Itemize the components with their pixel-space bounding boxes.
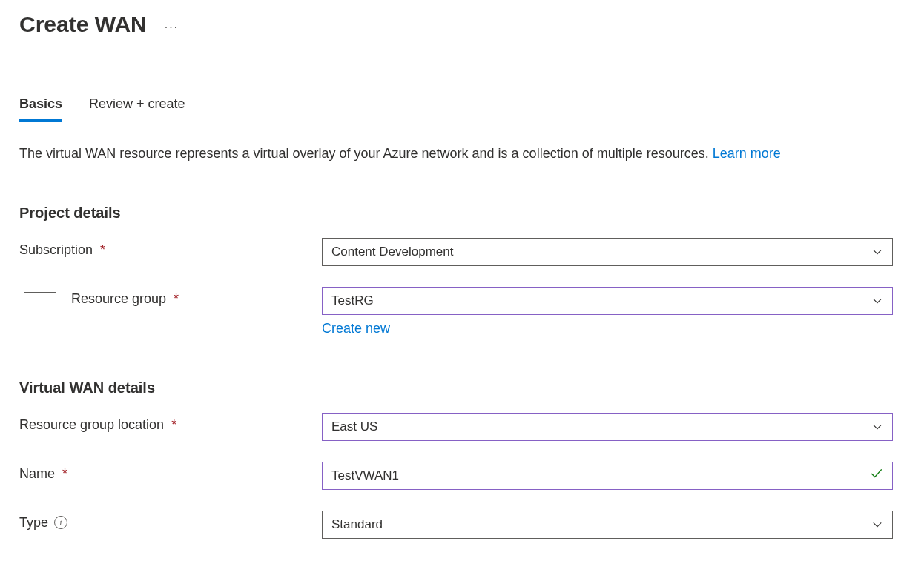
- check-valid-icon: [870, 467, 883, 484]
- tab-review-create[interactable]: Review + create: [89, 96, 185, 122]
- label-name: Name*: [19, 462, 322, 482]
- learn-more-link[interactable]: Learn more: [713, 146, 781, 161]
- name-input[interactable]: TestVWAN1: [322, 462, 893, 490]
- subscription-select[interactable]: Content Development: [322, 238, 893, 266]
- label-location: Resource group location*: [19, 413, 322, 433]
- type-select[interactable]: Standard: [322, 511, 893, 539]
- label-subscription: Subscription*: [19, 238, 322, 258]
- location-select[interactable]: East US: [322, 413, 893, 441]
- row-subscription: Subscription* Content Development: [19, 238, 905, 266]
- label-resource-group: Resource group*: [71, 287, 322, 307]
- required-indicator: *: [100, 242, 105, 258]
- chevron-down-icon: [871, 246, 883, 258]
- chevron-down-icon: [871, 519, 883, 531]
- section-project-details: Project details: [19, 205, 905, 222]
- row-name: Name* TestVWAN1: [19, 462, 905, 490]
- page-header: Create WAN ···: [19, 12, 905, 37]
- label-type: Type i: [19, 511, 322, 531]
- location-value: East US: [331, 419, 377, 434]
- description-body: The virtual WAN resource represents a vi…: [19, 146, 713, 161]
- create-new-link[interactable]: Create new: [322, 321, 893, 336]
- row-type: Type i Standard: [19, 511, 905, 539]
- more-actions-icon[interactable]: ···: [165, 15, 179, 34]
- resource-group-value: TestRG: [331, 293, 374, 308]
- chevron-down-icon: [871, 295, 883, 307]
- page-title: Create WAN: [19, 12, 147, 37]
- resource-group-select[interactable]: TestRG: [322, 287, 893, 315]
- row-resource-group: Resource group* TestRG Create new: [19, 287, 905, 336]
- required-indicator: *: [174, 291, 179, 307]
- chevron-down-icon: [871, 421, 883, 433]
- type-value: Standard: [331, 517, 383, 532]
- info-icon[interactable]: i: [54, 516, 67, 529]
- required-indicator: *: [62, 466, 67, 482]
- description-text: The virtual WAN resource represents a vi…: [19, 144, 905, 165]
- tab-bar: Basics Review + create: [19, 96, 905, 122]
- section-vwan-details: Virtual WAN details: [19, 379, 905, 396]
- tree-connector: [19, 287, 71, 293]
- tab-basics[interactable]: Basics: [19, 96, 62, 122]
- row-location: Resource group location* East US: [19, 413, 905, 441]
- subscription-value: Content Development: [331, 245, 453, 259]
- required-indicator: *: [171, 417, 176, 433]
- name-value: TestVWAN1: [331, 468, 399, 483]
